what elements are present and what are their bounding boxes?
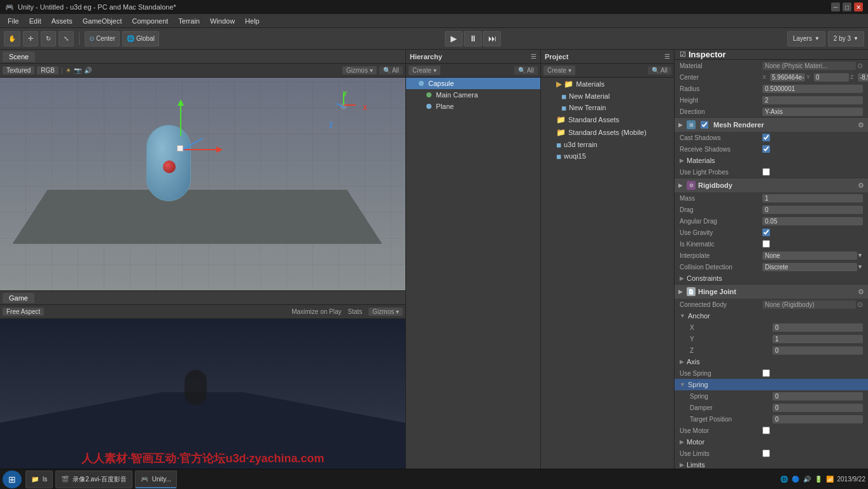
materials-subsection[interactable]: ▶ Materials [675, 155, 868, 166]
menu-terrain[interactable]: Terrain [173, 16, 205, 26]
rigidbody-settings-icon[interactable]: ⚙ [858, 181, 864, 190]
transform-center [177, 145, 183, 152]
use-motor-checkbox[interactable] [762, 427, 770, 434]
connected-body-value[interactable]: None (Rigidbody) [762, 301, 856, 309]
taskbar-app-explorer[interactable]: 📁 ls [25, 471, 53, 488]
menu-component[interactable]: Component [127, 16, 173, 26]
maximize-btn[interactable]: Maximize on Play [291, 308, 341, 315]
menu-edit[interactable]: Edit [24, 16, 46, 26]
stats-btn[interactable]: Stats [348, 308, 363, 315]
project-item-standardassets[interactable]: 📁 Standard Assets [541, 113, 674, 126]
taskbar-app-video[interactable]: 🎬 录像2.avi-百度影音 [55, 471, 132, 488]
game-gizmos-btn[interactable]: Gizmos ▾ [368, 308, 403, 316]
project-item-materials[interactable]: ▶ 📁 Materials [541, 78, 674, 90]
direction-value[interactable]: Y-Axis [762, 108, 863, 116]
height-value[interactable]: 2 [762, 96, 863, 104]
constraints-subsection[interactable]: ▶ Constraints [675, 273, 868, 284]
center-y-value[interactable]: 0 [814, 73, 849, 82]
drag-value[interactable]: 0 [762, 206, 863, 214]
center-button[interactable]: ⊙ Center [85, 31, 120, 46]
spring-row[interactable]: ▼ Spring [675, 379, 868, 390]
material-pick-icon[interactable]: ⊙ [857, 62, 863, 70]
hinge-settings-icon[interactable]: ⚙ [858, 288, 864, 296]
hierarchy-search[interactable]: 🔍 All [514, 66, 538, 74]
taskbar-app-unity[interactable]: 🎮 Unity... [135, 471, 177, 488]
project-create-btn[interactable]: Create ▾ [543, 66, 575, 75]
mass-value[interactable]: 1 [762, 194, 863, 202]
game-view[interactable] [0, 319, 405, 469]
radius-value[interactable]: 0.5000001 [762, 85, 863, 93]
use-light-probes-checkbox[interactable] [762, 168, 770, 176]
center-x-value[interactable]: 5.960464e- [770, 73, 805, 82]
menu-window[interactable]: Window [205, 16, 240, 26]
collision-arrow[interactable]: ▼ [857, 264, 863, 270]
cast-shadows-checkbox[interactable] [762, 134, 770, 141]
layers-dropdown[interactable]: Layers [787, 31, 825, 46]
rotate-tool-button[interactable]: ↻ [41, 31, 56, 46]
project-item-standardassetsmobile[interactable]: 📁 Standard Assets (Mobile) [541, 126, 674, 139]
collision-detection-value[interactable]: Discrete [762, 263, 857, 271]
project-menu-btn[interactable]: ☰ [664, 53, 670, 60]
material-value[interactable]: None (Physic Materi... [762, 62, 856, 70]
interpolate-arrow[interactable]: ▼ [857, 252, 863, 259]
project-item-wuqi15[interactable]: ◼ wuqi15 [541, 150, 674, 162]
hand-tool-button[interactable]: ✋ [4, 31, 20, 46]
free-aspect-btn[interactable]: Free Aspect [3, 308, 44, 316]
hierarchy-create-btn[interactable]: Create ▾ [409, 66, 440, 75]
scale-tool-button[interactable]: ⤡ [59, 31, 74, 46]
project-item-newmaterial[interactable]: ◼ New Material [541, 90, 674, 102]
search-scene[interactable]: 🔍 All [379, 66, 403, 74]
mesh-settings-icon[interactable]: ⚙ [858, 121, 864, 129]
is-kinematic-checkbox[interactable] [762, 240, 770, 248]
project-item-newterrain[interactable]: ◼ New Terrain [541, 102, 674, 113]
inspector-checkbox[interactable]: ☑ [680, 50, 686, 59]
mesh-renderer-header[interactable]: ▶ ⊞ Mesh Renderer ⚙ [675, 118, 868, 132]
tab-game[interactable]: Game [3, 293, 34, 303]
connected-body-pick[interactable]: ⊙ [857, 301, 863, 309]
hinge-joint-header[interactable]: ▶ 📄 Hinge Joint ⚙ [675, 285, 868, 299]
anchor-y-value[interactable]: 1 [773, 335, 863, 343]
angular-drag-value[interactable]: 0.05 [762, 217, 863, 225]
menu-gameobject[interactable]: GameObject [78, 16, 127, 26]
anchor-z-value[interactable]: 0 [773, 346, 863, 355]
rigidbody-header[interactable]: ▶ ⚙ Rigidbody ⚙ [675, 178, 868, 192]
menu-file[interactable]: File [3, 16, 24, 26]
start-button[interactable]: ⊞ [3, 471, 22, 488]
menu-assets[interactable]: Assets [46, 16, 78, 26]
play-button[interactable]: ▶ [445, 31, 463, 46]
use-limits-checkbox[interactable] [762, 450, 770, 457]
use-spring-checkbox[interactable] [762, 369, 770, 377]
layout-dropdown[interactable]: 2 by 3 [828, 31, 864, 46]
use-gravity-checkbox[interactable] [762, 229, 770, 236]
limits-subsection[interactable]: ▶ Limits [675, 459, 868, 469]
project-item-u3dterrain[interactable]: ◼ u3d terrain [541, 139, 674, 150]
close-button[interactable]: ✕ [854, 3, 863, 11]
pause-button[interactable]: ⏸ [464, 31, 482, 46]
hierarchy-menu-btn[interactable]: ☰ [531, 53, 536, 60]
gizmos-btn[interactable]: Gizmos ▾ [342, 66, 377, 74]
scene-view[interactable]: Y X Z [0, 78, 405, 290]
menu-help[interactable]: Help [240, 16, 265, 26]
damper-value[interactable]: 0 [773, 404, 863, 412]
spring-value[interactable]: 0 [773, 392, 863, 400]
anchor-x-value[interactable]: 0 [773, 323, 863, 332]
folder-icon-materials: ▶ 📁 [556, 80, 573, 89]
minimize-button[interactable]: ─ [831, 3, 840, 11]
hierarchy-item-plane[interactable]: Plane [406, 101, 540, 112]
move-tool-button[interactable]: ✛ [23, 31, 38, 46]
anchor-subsection[interactable]: ▼ Anchor [675, 310, 868, 322]
tab-scene[interactable]: Scene [3, 52, 35, 62]
maximize-button[interactable]: □ [843, 3, 851, 11]
mesh-renderer-enabled[interactable] [701, 121, 708, 129]
hierarchy-item-capsule[interactable]: Capsule [406, 78, 540, 89]
step-button[interactable]: ⏭ [483, 31, 501, 46]
target-pos-value[interactable]: 0 [773, 415, 863, 423]
hierarchy-item-maincamera[interactable]: Main Camera [406, 89, 540, 101]
axis-subsection[interactable]: ▶ Axis [675, 356, 868, 367]
center-z-value[interactable]: -8.940697e [858, 73, 868, 82]
global-button[interactable]: 🌐 Global [122, 31, 159, 46]
receive-shadows-checkbox[interactable] [762, 145, 770, 153]
interpolate-value[interactable]: None [762, 252, 857, 260]
project-search[interactable]: 🔍 All [648, 66, 671, 74]
motor-subsection[interactable]: ▶ Motor [675, 436, 868, 448]
